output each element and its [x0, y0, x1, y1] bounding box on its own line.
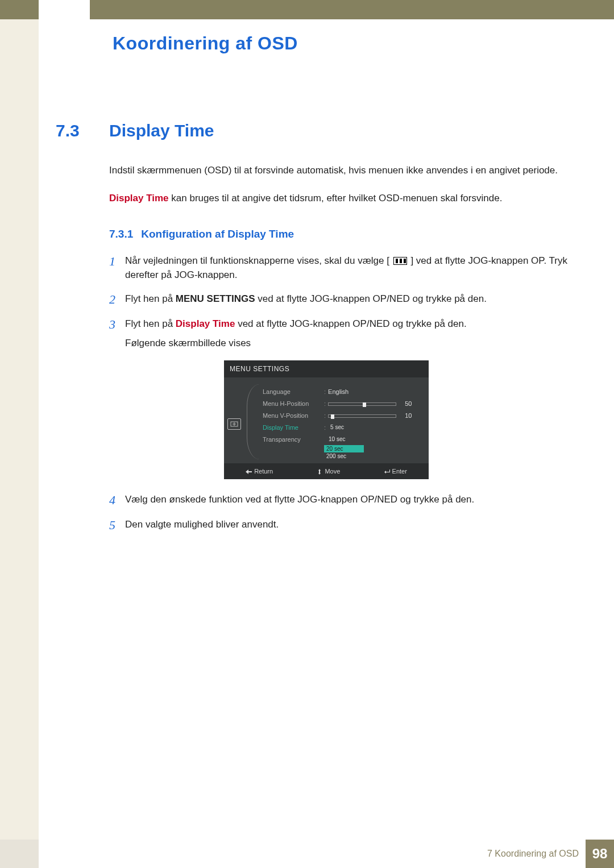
intro-p2-rest: kan bruges til at angive det tidsrum, ef…	[169, 193, 503, 203]
page-content: Koordinering af OSD 7.3 Display Time Ind…	[39, 19, 614, 840]
osd-title: MENU SETTINGS	[224, 360, 429, 377]
osd-label-transparency: Transparency	[263, 436, 324, 443]
step-2-text-a: Flyt hen på	[125, 293, 176, 304]
osd-return-label: Return	[254, 468, 273, 475]
svg-marker-3	[246, 470, 252, 474]
step-4-body: Vælg den ønskede funktion ved at flytte …	[125, 493, 474, 507]
step-3-red: Display Time	[176, 318, 235, 329]
section-heading: 7.3 Display Time	[56, 121, 597, 140]
subsection-title: Konfiguration af Display Time	[141, 228, 294, 240]
step-2: 2 Flyt hen på MENU SETTINGS ved at flytt…	[109, 292, 597, 307]
section-title: Display Time	[109, 121, 214, 140]
step-3: 3 Flyt hen på Display Time ved at flytte…	[109, 317, 597, 332]
osd-slider-vpos	[328, 414, 396, 418]
step-3-number: 3	[109, 317, 125, 332]
steps-list: 1 Når vejledningen til funktionsknappern…	[109, 254, 597, 332]
step-3-body: Flyt hen på Display Time ved at flytte J…	[125, 317, 467, 331]
intro-paragraph-1: Indstil skærmmenuen (OSD) til at forsvin…	[109, 164, 597, 177]
osd-footer: Return Move Enter	[224, 463, 429, 479]
osd-move-label: Move	[325, 468, 340, 475]
osd-footer-move: Move	[316, 468, 340, 475]
osd-enter-label: Enter	[392, 468, 407, 475]
osd-row-transparency: Transparency 10 sec	[263, 433, 417, 445]
step-2-body: Flyt hen på MENU SETTINGS ved at flytte …	[125, 292, 487, 306]
menu-icon	[393, 257, 407, 265]
osd-option-200sec: 200 sec	[324, 452, 364, 460]
step-1-text-a: Når vejledningen til funktionsknapperne …	[125, 255, 389, 266]
step-5-body: Den valgte mulighed bliver anvendt.	[125, 518, 279, 532]
osd-row-display-time: Display Time : 5 sec	[263, 421, 417, 433]
footer-chapter-text: 7 Koordinering af OSD	[487, 849, 579, 859]
top-brown-bar	[0, 0, 614, 19]
step-2-number: 2	[109, 292, 125, 307]
osd-adjust-icon	[227, 418, 241, 430]
step-4: 4 Vælg den ønskede funktion ved at flytt…	[109, 493, 597, 508]
osd-label-language: Language	[263, 388, 324, 395]
step-2-text-b: ved at flytte JOG-knappen OP/NED og tryk…	[255, 293, 487, 304]
subsection-heading: 7.3.1 Konfiguration af Display Time	[109, 228, 597, 240]
osd-label-hpos: Menu H-Position	[263, 400, 324, 407]
step-4-number: 4	[109, 493, 125, 508]
osd-option-20sec-selected: 20 sec	[324, 445, 364, 452]
osd-label-vpos: Menu V-Position	[263, 412, 324, 419]
svg-marker-4	[318, 469, 321, 475]
intro-red-term: Display Time	[109, 193, 169, 203]
subsection-number: 7.3.1	[109, 228, 133, 240]
left-margin	[0, 19, 39, 868]
step-5-number: 5	[109, 518, 125, 533]
page-footer: 7 Koordinering af OSD 98	[0, 840, 614, 868]
osd-value-language: English	[328, 388, 417, 395]
osd-row-vpos: Menu V-Position : 10	[263, 409, 417, 421]
osd-option-5sec: 5 sec	[328, 423, 368, 431]
step-1: 1 Når vejledningen til funktionsknappern…	[109, 254, 597, 282]
step-1-number: 1	[109, 254, 125, 269]
footer-left-margin	[0, 840, 39, 868]
osd-hpos-value: 50	[405, 400, 412, 407]
step-1-body: Når vejledningen til funktionsknapperne …	[125, 254, 597, 282]
step-3-text-b: ved at flytte JOG-knappen OP/NED og tryk…	[235, 318, 466, 329]
osd-slider-hpos	[328, 402, 396, 406]
step-5: 5 Den valgte mulighed bliver anvendt.	[109, 518, 597, 533]
chapter-title: Koordinering af OSD	[113, 33, 597, 54]
osd-body: Language : English Menu H-Position : 50 …	[224, 377, 429, 463]
osd-row-hpos: Menu H-Position : 50	[263, 397, 417, 409]
section-number: 7.3	[56, 121, 109, 140]
osd-footer-return: Return	[246, 468, 273, 475]
step-2-bold: MENU SETTINGS	[176, 293, 255, 304]
steps-list-cont: 4 Vælg den ønskede funktion ved at flytt…	[109, 493, 597, 533]
osd-arc	[247, 384, 259, 459]
osd-screenshot: MENU SETTINGS Language : English Menu H-…	[224, 360, 429, 479]
osd-footer-enter: Enter	[384, 468, 407, 475]
intro-paragraph-2: Display Time kan bruges til at angive de…	[109, 192, 597, 205]
step-3-subtext: Følgende skærmbillede vises	[125, 338, 597, 349]
osd-row-language: Language : English	[263, 385, 417, 397]
osd-vpos-value: 10	[405, 412, 412, 419]
step-3-text-a: Flyt hen på	[125, 318, 176, 329]
osd-label-display-time: Display Time	[263, 424, 324, 431]
osd-option-10sec: 10 sec	[326, 435, 366, 443]
page-number-badge: 98	[586, 840, 614, 868]
